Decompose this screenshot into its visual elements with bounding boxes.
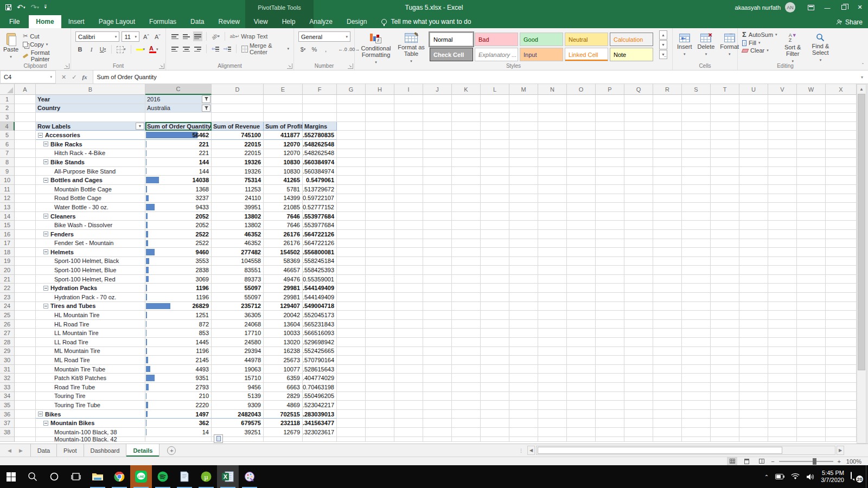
cell[interactable] [337,410,366,419]
cell[interactable] [481,203,509,212]
row-label-bikes[interactable]: Bikes [36,410,145,419]
cell[interactable] [452,131,481,140]
cell[interactable] [15,284,36,293]
cell[interactable] [15,329,36,338]
cell[interactable] [15,113,36,122]
row-header-17[interactable]: 17 [0,239,15,248]
cell[interactable] [394,212,423,221]
cell[interactable] [682,230,711,239]
cell[interactable] [394,221,423,230]
cell[interactable] [711,311,739,320]
cell[interactable] [711,302,739,311]
cell-E38[interactable]: 12679 [264,428,303,437]
cell[interactable] [212,104,264,113]
cell-C13[interactable]: 9433 [145,203,212,212]
confirm-entry-icon[interactable]: ✓ [72,74,76,81]
cell[interactable] [624,230,653,239]
cell[interactable] [826,230,857,239]
cell[interactable] [826,437,857,442]
minimize-button[interactable]: — [819,0,835,15]
cell[interactable] [682,293,711,302]
row-header-13[interactable]: 13 [0,203,15,212]
cell[interactable] [394,95,423,104]
cell[interactable] [826,338,857,347]
cell[interactable] [337,302,366,311]
cell[interactable] [768,428,797,437]
cell[interactable] [596,122,624,131]
cell[interactable] [768,374,797,383]
cell[interactable] [15,122,36,131]
align-center-button[interactable] [182,44,191,54]
cell[interactable] [653,437,682,442]
comma-button[interactable]: , [321,44,330,54]
row-header-11[interactable]: 11 [0,185,15,194]
cell[interactable] [337,329,366,338]
cell[interactable] [452,293,481,302]
cell[interactable] [653,221,682,230]
cell[interactable] [481,329,509,338]
expand-formula-bar-button[interactable]: ▾ [856,70,868,84]
row-header-31[interactable]: 31 [0,365,15,374]
cell[interactable] [394,365,423,374]
cell-E17[interactable]: 26176 [264,239,303,248]
cell[interactable] [567,383,596,392]
cell[interactable] [337,212,366,221]
cell[interactable] [797,239,826,248]
cell[interactable] [711,293,739,302]
cell[interactable] [509,221,538,230]
cell[interactable] [15,185,36,194]
cell[interactable] [509,374,538,383]
cell[interactable] [509,212,538,221]
cell[interactable] [768,149,797,158]
cell[interactable] [538,374,567,383]
cell[interactable] [337,167,366,176]
cell[interactable] [366,95,394,104]
cell[interactable] [452,212,481,221]
cell[interactable] [596,338,624,347]
increase-decimal-button[interactable]: ←.0 [338,44,347,54]
cell[interactable] [423,374,452,383]
cell[interactable] [768,167,797,176]
collapse-ribbon-button[interactable]: ˆ [862,62,864,68]
cell[interactable] [624,149,653,158]
cell[interactable] [452,419,481,428]
cell[interactable] [768,122,797,131]
column-header-B[interactable]: B [36,84,145,95]
cell[interactable] [366,374,394,383]
cell[interactable] [567,167,596,176]
cell[interactable] [682,329,711,338]
cell[interactable] [423,437,452,442]
sheet-tab-details[interactable]: Details [126,444,159,457]
cell[interactable] [567,302,596,311]
cell[interactable] [797,338,826,347]
cell-style-input[interactable]: Input [520,48,563,61]
cell[interactable] [452,374,481,383]
scroll-left-arrow[interactable]: ◀ [527,446,535,455]
cell[interactable] [768,203,797,212]
cell[interactable] [366,104,394,113]
cell[interactable] [797,257,826,266]
cell[interactable] [423,383,452,392]
row-label-hydration-pack-70-oz-[interactable]: Hydration Pack - 70 oz. [36,293,145,302]
ribbon-display-options-button[interactable] [803,0,819,15]
row-header-5[interactable]: 5 [0,131,15,140]
cell[interactable] [624,428,653,437]
cell[interactable] [711,338,739,347]
cell[interactable] [682,275,711,284]
cell[interactable] [337,365,366,374]
cell[interactable] [653,257,682,266]
cell[interactable] [394,392,423,401]
cell[interactable] [711,185,739,194]
cell[interactable] [452,320,481,329]
cell[interactable] [596,392,624,401]
cell[interactable] [538,221,567,230]
cell[interactable] [15,338,36,347]
cell[interactable] [596,221,624,230]
cell[interactable] [538,194,567,203]
collapse-button[interactable] [43,286,48,291]
cell-E11[interactable]: 5781 [264,185,303,194]
cell-D12[interactable]: 24110 [212,194,264,203]
cell[interactable] [797,95,826,104]
sheet-tab-data[interactable]: Data [30,444,57,457]
cell[interactable] [538,212,567,221]
